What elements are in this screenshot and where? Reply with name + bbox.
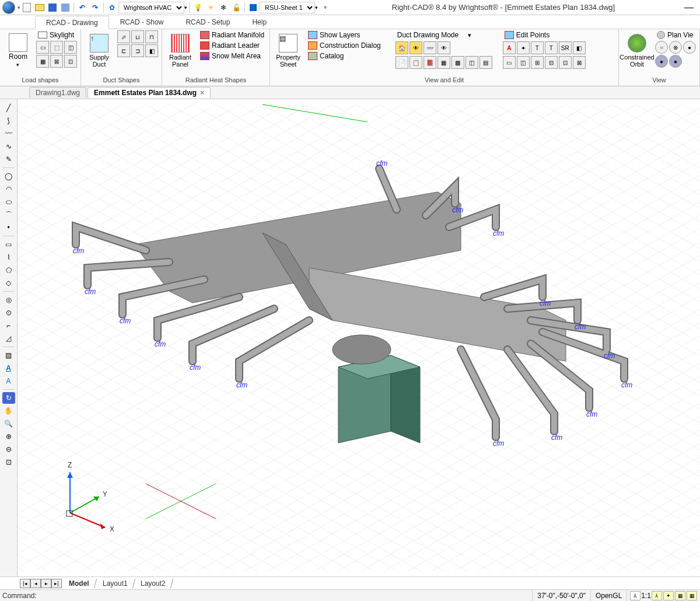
- status-i2-icon[interactable]: ✦: [663, 591, 674, 600]
- ribbon-tab-show[interactable]: RCAD - Show: [109, 15, 175, 29]
- ve-btn-a1[interactable]: 🏠: [396, 41, 408, 54]
- pencil-tool-icon[interactable]: ✎: [2, 153, 15, 165]
- circle-tool-icon[interactable]: ◯: [2, 170, 15, 182]
- text-bold-tool-icon[interactable]: A: [2, 362, 15, 374]
- shape-btn-6[interactable]: ⊡: [64, 55, 77, 68]
- status-scale[interactable]: 1:1: [641, 592, 651, 600]
- doc-tab-drawing1[interactable]: Drawing1.dwg: [29, 87, 86, 98]
- zoom-window-tool-icon[interactable]: ⊡: [2, 456, 15, 468]
- workspace-dropdown[interactable]: Wrightsoft HVAC: [118, 2, 184, 13]
- new-file-icon[interactable]: [21, 2, 33, 13]
- status-i1-icon[interactable]: ⅄: [652, 591, 662, 600]
- layout-nav-next[interactable]: ▸: [41, 579, 51, 588]
- color-swatch-icon[interactable]: [247, 2, 259, 13]
- ep-5[interactable]: SR: [559, 41, 572, 54]
- room-button[interactable]: Room▾: [4, 30, 33, 71]
- save-all-icon[interactable]: [60, 2, 71, 13]
- rect-tool-icon[interactable]: ▭: [2, 239, 15, 250]
- ellipse-tool-icon[interactable]: ⬭: [2, 196, 15, 208]
- open-file-icon[interactable]: [34, 2, 46, 13]
- ve-btn-b1[interactable]: 📄: [396, 56, 408, 69]
- close-tab-icon[interactable]: ×: [200, 89, 204, 97]
- lock-icon[interactable]: 🔓: [230, 2, 242, 13]
- doc-tab-active[interactable]: Emmett Estates Plan 1834.dwg×: [88, 87, 211, 98]
- vw-4[interactable]: ●: [655, 55, 668, 68]
- constrained-orbit-button[interactable]: Constrained Orbit: [622, 30, 652, 71]
- drawing-canvas[interactable]: cfmcfmcfm cfmcfmcfm cfmcfmcfm cfmcfmcfm …: [18, 99, 700, 576]
- undo-icon[interactable]: ↶: [76, 2, 88, 13]
- pan-tool-icon[interactable]: ✋: [2, 405, 15, 417]
- ribbon-tab-help[interactable]: Help: [241, 15, 278, 29]
- ep-1[interactable]: A: [503, 41, 516, 54]
- redo-icon[interactable]: ↷: [89, 2, 101, 13]
- skylight-button[interactable]: Skylight: [36, 30, 77, 40]
- chamfer-tool-icon[interactable]: ◿: [2, 333, 15, 344]
- layout-nav-prev[interactable]: ◂: [30, 579, 41, 588]
- ellipse-arc-tool-icon[interactable]: ⌒: [2, 209, 15, 221]
- zoom-extents-tool-icon[interactable]: 🔍: [2, 418, 15, 429]
- save-icon[interactable]: [47, 2, 58, 13]
- layout-nav-first[interactable]: |◂: [20, 579, 30, 588]
- ep-10[interactable]: ⊟: [545, 56, 558, 69]
- construction-dialog-button[interactable]: Construction Dialog: [306, 41, 383, 50]
- radiant-leader-button[interactable]: Radiant Leader: [198, 41, 266, 50]
- ep-6[interactable]: ◧: [573, 41, 586, 54]
- ep-3[interactable]: T: [531, 41, 544, 54]
- freeze-icon[interactable]: ❄: [218, 2, 229, 13]
- vw-5[interactable]: ●: [669, 55, 682, 68]
- sun-icon[interactable]: ☀: [205, 2, 216, 13]
- ve-btn-b4[interactable]: ▦: [438, 56, 450, 69]
- shape-btn-4[interactable]: ▦: [36, 55, 49, 68]
- radiant-panel-button[interactable]: Radiant Panel: [166, 30, 195, 71]
- ep-7[interactable]: ▭: [503, 56, 516, 69]
- ep-11[interactable]: ⊡: [559, 56, 572, 69]
- line-tool-icon[interactable]: ╱: [2, 102, 15, 114]
- layout-tab-1[interactable]: Layout1: [96, 579, 135, 588]
- catalog-button[interactable]: Catalog: [306, 51, 383, 61]
- zoom-out-tool-icon[interactable]: ⊖: [2, 443, 15, 455]
- sheet-dropdown[interactable]: RSU-Sheet 1: [260, 2, 315, 13]
- spline-tool-icon[interactable]: ∿: [2, 141, 15, 152]
- vw-1[interactable]: ○: [655, 41, 668, 54]
- region-tool-icon[interactable]: ◇: [2, 277, 15, 289]
- ve-btn-a2[interactable]: 👁: [410, 41, 422, 54]
- duct-btn-3[interactable]: ⊓: [145, 30, 158, 43]
- arc-tool-icon[interactable]: ⟆: [2, 115, 15, 127]
- offset-tool-icon[interactable]: ⊙: [2, 307, 15, 319]
- minimize-button[interactable]: —: [680, 2, 698, 13]
- layout-tab-model[interactable]: Model: [62, 579, 97, 588]
- snow-melt-button[interactable]: Snow Melt Area: [198, 51, 266, 61]
- fillet-tool-icon[interactable]: ⌐: [2, 320, 15, 331]
- ribbon-tab-drawing[interactable]: RCAD - Drawing: [35, 16, 109, 29]
- polygon-tool-icon[interactable]: ⬠: [2, 264, 15, 276]
- ep-12[interactable]: ⊠: [573, 56, 586, 69]
- supply-duct-button[interactable]: ↑ Supply Duct: [85, 30, 114, 71]
- ve-btn-b6[interactable]: ◫: [466, 56, 478, 69]
- edit-points-button[interactable]: Edit Points: [503, 30, 586, 40]
- layout-nav-last[interactable]: ▸|: [51, 579, 62, 588]
- ep-2[interactable]: ✦: [517, 41, 530, 54]
- ribbon-tab-setup[interactable]: RCAD - Setup: [174, 15, 241, 29]
- canvas-svg[interactable]: cfmcfmcfm cfmcfmcfm cfmcfmcfm cfmcfmcfm …: [18, 99, 700, 576]
- polyline-tool-icon[interactable]: 〰: [2, 128, 15, 139]
- settings-gear-icon[interactable]: ✿: [106, 2, 118, 13]
- duct-btn-5[interactable]: ⊐: [131, 44, 144, 57]
- app-logo-icon[interactable]: [2, 1, 15, 14]
- ve-btn-a3[interactable]: 👓: [424, 41, 436, 54]
- duct-btn-2[interactable]: ⊔: [131, 30, 144, 43]
- zoom-in-tool-icon[interactable]: ⊕: [2, 431, 15, 442]
- arc2-tool-icon[interactable]: ◠: [2, 183, 15, 195]
- ve-btn-b3[interactable]: 📕: [424, 56, 436, 69]
- ep-8[interactable]: ◫: [517, 56, 530, 69]
- ep-9[interactable]: ⊞: [531, 56, 544, 69]
- text-tool-icon[interactable]: A: [2, 375, 15, 387]
- ep-4[interactable]: T: [545, 41, 558, 54]
- shape-btn-2[interactable]: ⬚: [50, 41, 63, 54]
- property-sheet-button[interactable]: ▤ Property Sheet: [274, 30, 303, 71]
- show-layers-button[interactable]: Show Layers: [306, 30, 383, 40]
- measure-tool-icon[interactable]: ◎: [2, 294, 15, 306]
- layout-tab-2[interactable]: Layout2: [134, 579, 173, 588]
- ve-btn-b7[interactable]: ▤: [480, 56, 492, 69]
- radiant-manifold-button[interactable]: Radiant Manifold: [198, 30, 266, 40]
- rotate-tool-icon[interactable]: ↻: [2, 392, 15, 404]
